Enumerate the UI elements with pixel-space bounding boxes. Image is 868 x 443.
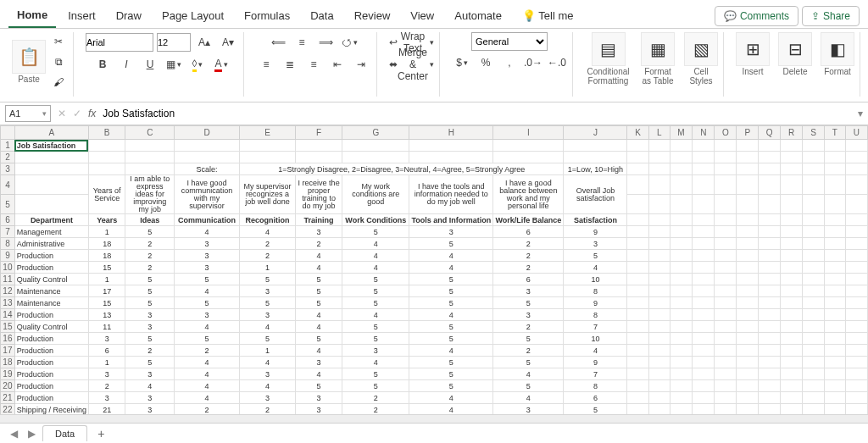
cell-A8[interactable]: Administrative (14, 238, 88, 250)
cell-T14[interactable] (824, 309, 845, 321)
cell-K22[interactable] (627, 404, 649, 415)
cell-E9[interactable]: 2 (239, 250, 295, 262)
cell-N22[interactable] (693, 404, 715, 415)
cell-P22[interactable] (737, 404, 759, 415)
cell-Q10[interactable] (759, 262, 781, 274)
cancel-formula-icon[interactable]: ✕ (58, 108, 66, 119)
cell-K7[interactable] (627, 226, 649, 238)
cell-D4[interactable]: I have good communication with my superv… (175, 175, 240, 214)
cell-F14[interactable]: 4 (296, 309, 342, 321)
col-header-S[interactable]: S (803, 126, 825, 140)
cell-N20[interactable] (693, 380, 715, 392)
cell-A21[interactable]: Production (14, 392, 88, 404)
row-header-6[interactable]: 6 (1, 214, 15, 226)
cell-O7[interactable] (715, 226, 737, 238)
cell-F15[interactable]: 4 (296, 321, 342, 333)
cell-J13[interactable]: 9 (564, 297, 627, 309)
col-header-P[interactable]: P (737, 126, 759, 140)
col-header-D[interactable]: D (175, 126, 240, 140)
cell-T3[interactable] (824, 163, 845, 175)
cell-S10[interactable] (803, 262, 825, 274)
cell-I7[interactable]: 6 (493, 226, 564, 238)
cell-C7[interactable]: 5 (125, 226, 175, 238)
format-as-table-button[interactable]: ▦ (641, 32, 675, 66)
cell-I6[interactable]: Work/Life Balance (493, 214, 564, 226)
cell-I8[interactable]: 2 (493, 238, 564, 250)
cell-C14[interactable]: 3 (125, 309, 175, 321)
cell-S20[interactable] (803, 380, 825, 392)
cell-K13[interactable] (627, 297, 649, 309)
cell-G17[interactable]: 3 (342, 345, 409, 357)
col-header-B[interactable]: B (88, 126, 125, 140)
currency-button[interactable]: $ (452, 53, 472, 73)
cell-I1[interactable] (493, 140, 564, 152)
cell-U5[interactable] (845, 195, 867, 214)
cell-L13[interactable] (648, 297, 670, 309)
cell-K2[interactable] (627, 152, 649, 163)
cell-C16[interactable]: 5 (125, 333, 175, 345)
cell-N7[interactable] (693, 226, 715, 238)
cell-C20[interactable]: 4 (125, 380, 175, 392)
cell-T12[interactable] (824, 285, 845, 297)
cell-L9[interactable] (648, 250, 670, 262)
cell-Q22[interactable] (759, 404, 781, 415)
cell-M6[interactable] (670, 214, 693, 226)
cell-H8[interactable]: 5 (409, 238, 493, 250)
cell-R5[interactable] (781, 195, 803, 214)
cell-B9[interactable]: 18 (88, 250, 125, 262)
cell-M10[interactable] (670, 262, 693, 274)
fill-color-button[interactable]: ◊ (187, 54, 208, 75)
cell-N21[interactable] (693, 392, 715, 404)
row-header-18[interactable]: 18 (1, 357, 15, 368)
cell-P1[interactable] (737, 140, 759, 152)
cell-N12[interactable] (693, 285, 715, 297)
cell-G11[interactable]: 5 (342, 274, 409, 285)
font-name-select[interactable] (86, 33, 153, 52)
cell-T21[interactable] (824, 392, 845, 404)
cell-S16[interactable] (803, 333, 825, 345)
cell-T5[interactable] (824, 195, 845, 214)
row-header-1[interactable]: 1 (1, 140, 15, 152)
cell-E4[interactable]: My supervisor recognizes a job well done (239, 175, 295, 214)
cell-N2[interactable] (693, 152, 715, 163)
cell-E17[interactable]: 1 (239, 345, 295, 357)
cell-N17[interactable] (693, 345, 715, 357)
cell-N18[interactable] (693, 357, 715, 368)
cell-L15[interactable] (648, 321, 670, 333)
row-header-8[interactable]: 8 (1, 238, 15, 250)
cell-U21[interactable] (845, 392, 867, 404)
cell-H10[interactable]: 4 (409, 262, 493, 274)
cell-T18[interactable] (824, 357, 845, 368)
cell-U13[interactable] (845, 297, 867, 309)
cell-S4[interactable] (803, 175, 825, 195)
cell-P10[interactable] (737, 262, 759, 274)
cell-C11[interactable]: 5 (125, 274, 175, 285)
cell-L17[interactable] (648, 345, 670, 357)
cell-J9[interactable]: 5 (564, 250, 627, 262)
cell-J3[interactable]: 1=Low, 10=High (564, 163, 627, 175)
cell-P7[interactable] (737, 226, 759, 238)
col-header-C[interactable]: C (125, 126, 175, 140)
cell-S3[interactable] (803, 163, 825, 175)
merge-center-button[interactable]: ⬌ Merge & Center (389, 54, 434, 75)
cell-O6[interactable] (715, 214, 737, 226)
cell-J18[interactable]: 9 (564, 357, 627, 368)
cell-H1[interactable] (409, 140, 493, 152)
align-middle-button[interactable]: ≡ (292, 32, 312, 53)
cell-P6[interactable] (737, 214, 759, 226)
cell-M22[interactable] (670, 404, 693, 415)
tab-page-layout[interactable]: Page Layout (153, 4, 232, 27)
cell-I9[interactable]: 2 (493, 250, 564, 262)
cell-F8[interactable]: 2 (296, 238, 342, 250)
cell-D6[interactable]: Communication (175, 214, 240, 226)
cell-B8[interactable]: 18 (88, 238, 125, 250)
cell-A11[interactable]: Quality Control (14, 274, 88, 285)
cell-H4[interactable]: I have the tools and information needed … (409, 175, 493, 214)
cell-I15[interactable]: 2 (493, 321, 564, 333)
cell-P13[interactable] (737, 297, 759, 309)
cell-G10[interactable]: 4 (342, 262, 409, 274)
cell-Q9[interactable] (759, 250, 781, 262)
cell-O3[interactable] (715, 163, 737, 175)
comments-button[interactable]: 💬Comments (715, 6, 798, 26)
cell-R9[interactable] (781, 250, 803, 262)
